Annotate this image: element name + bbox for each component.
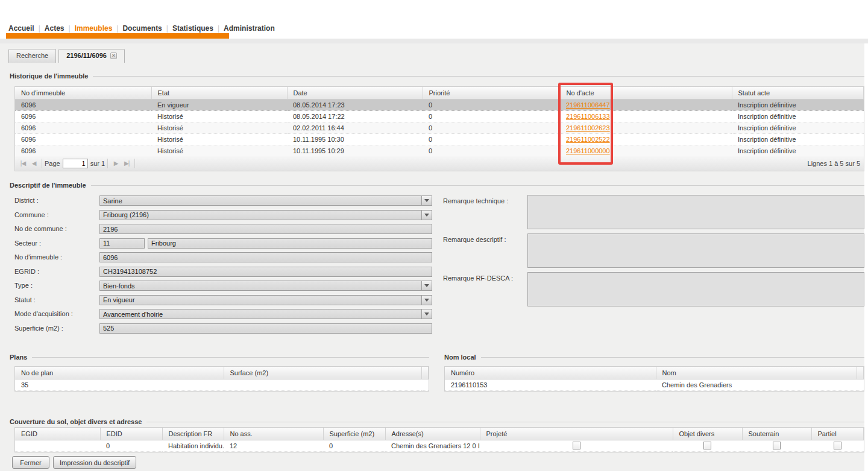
- egrid-field[interactable]: CH319413108752: [99, 267, 432, 277]
- acte-link[interactable]: 219611006447: [566, 101, 610, 109]
- cell-priorite: 0: [423, 110, 560, 122]
- cell-no-plan: 35: [15, 379, 224, 390]
- col-adresse[interactable]: Adresse(s): [385, 428, 480, 440]
- cell-no-immeuble: 6096: [15, 122, 151, 133]
- close-tab-icon[interactable]: ×: [110, 52, 117, 59]
- superficie-label: Superficie (m2) :: [14, 325, 63, 332]
- nav-separator: |: [166, 24, 168, 33]
- no-commune-value: 2196: [100, 226, 432, 233]
- table-row[interactable]: 2196110153 Chemin des Grenadiers: [445, 379, 864, 390]
- table-row[interactable]: 6096 Historisé 08.05.2014 17:22 0 219611…: [15, 110, 864, 122]
- table-row[interactable]: 35: [15, 379, 429, 390]
- col-no-plan[interactable]: No de plan: [15, 367, 224, 379]
- secteur-name-field[interactable]: Fribourg: [148, 238, 432, 249]
- chevron-down-icon[interactable]: [421, 281, 432, 290]
- cell-etat: Historisé: [151, 122, 287, 133]
- commune-label: Commune :: [14, 211, 49, 218]
- district-select[interactable]: Sarine: [99, 195, 432, 206]
- chevron-down-icon[interactable]: [421, 196, 432, 205]
- commune-select[interactable]: Fribourg (2196): [99, 210, 432, 220]
- no-immeuble-field[interactable]: 6096: [99, 252, 432, 262]
- superficie-field[interactable]: 525: [99, 323, 432, 334]
- last-page-icon[interactable]: ▶|: [121, 158, 132, 169]
- remarque-rf-desca-textarea[interactable]: [527, 272, 864, 306]
- souterrain-checkbox[interactable]: [773, 442, 781, 449]
- col-etat[interactable]: Etat: [151, 87, 287, 99]
- cell-etat: Historisé: [151, 110, 287, 122]
- chevron-down-icon[interactable]: [421, 296, 432, 305]
- historique-section-title: Historique de l'immeuble: [10, 72, 864, 80]
- nav-administration[interactable]: Administration: [224, 24, 275, 33]
- table-row[interactable]: 6096 Historisé 10.11.1995 10:30 0 219611…: [15, 133, 864, 145]
- legend-rule: [32, 357, 429, 358]
- table-row[interactable]: 0 Habitation individu... 12 0 Chemin des…: [15, 440, 864, 451]
- cell-no-immeuble: 6096: [15, 133, 151, 145]
- col-no-ass[interactable]: No ass.: [224, 428, 323, 440]
- acte-link[interactable]: 219611006133: [566, 113, 610, 120]
- cell-edid: 0: [100, 440, 162, 451]
- cell-etat: Historisé: [151, 133, 287, 145]
- col-surface[interactable]: Surface (m2): [224, 367, 421, 379]
- col-no-immeuble[interactable]: No d'immeuble: [15, 87, 151, 99]
- nav-immeubles[interactable]: Immeubles: [75, 24, 113, 33]
- secteur-number-field[interactable]: 11: [99, 238, 145, 249]
- prev-page-icon[interactable]: ◀: [28, 158, 39, 169]
- secteur-name-value: Fribourg: [148, 240, 432, 247]
- cell-priorite: 0: [423, 99, 560, 110]
- table-row[interactable]: 6096 En vigueur 08.05.2014 17:23 0 21961…: [15, 99, 864, 110]
- cell-statut-acte: Inscription définitive: [732, 145, 864, 156]
- page-number-input[interactable]: [63, 159, 88, 168]
- cell-egid: [15, 440, 100, 451]
- table-row[interactable]: 6096 Historisé 10.11.1995 10:29 0 219611…: [15, 145, 864, 156]
- col-numero[interactable]: Numéro: [445, 367, 656, 379]
- acte-link[interactable]: 219611002623: [566, 124, 610, 132]
- mode-acquisition-select[interactable]: Avancement d'hoirie: [99, 309, 432, 319]
- col-egid[interactable]: EGID: [15, 428, 100, 440]
- nav-statistiques[interactable]: Statistiques: [172, 24, 213, 33]
- commune-value: Fribourg (2196): [100, 211, 421, 218]
- col-no-acte[interactable]: No d'acte: [560, 87, 732, 99]
- plans-section-title: Plans: [10, 354, 429, 361]
- nav-accueil[interactable]: Accueil: [8, 24, 34, 33]
- partiel-checkbox[interactable]: [834, 442, 841, 449]
- type-select[interactable]: Bien-fonds: [99, 281, 432, 291]
- remarque-descriptif-textarea[interactable]: [527, 233, 864, 268]
- remarque-rf-desca-label: Remarque RF-DESCA :: [443, 274, 513, 282]
- table-row[interactable]: 6096 Historisé 02.02.2011 16:44 0 219611…: [15, 122, 864, 133]
- historique-title-text: Historique de l'immeuble: [10, 72, 88, 80]
- col-edid[interactable]: EDID: [100, 428, 162, 440]
- first-page-icon[interactable]: |◀: [17, 158, 28, 169]
- col-date[interactable]: Date: [287, 87, 423, 99]
- statut-select[interactable]: En vigueur: [99, 295, 432, 305]
- plans-table: No de plan Surface (m2) 35: [14, 366, 429, 392]
- col-souterrain[interactable]: Souterrain: [742, 428, 811, 440]
- nav-actes[interactable]: Actes: [45, 24, 64, 33]
- fermer-button[interactable]: Fermer: [12, 456, 49, 469]
- chevron-down-icon[interactable]: [421, 211, 432, 220]
- objet-divers-checkbox[interactable]: [703, 442, 711, 449]
- tab-bar: Recherche 2196/11/6096×: [8, 49, 127, 63]
- pagination-bar: |◀ ◀ Page sur 1 ▶ ▶| Lignes 1 à 5 sur 5: [14, 156, 864, 171]
- next-page-icon[interactable]: ▶: [110, 158, 121, 169]
- col-superficie[interactable]: Superficie (m2): [323, 428, 385, 440]
- no-commune-field[interactable]: 2196: [99, 224, 432, 234]
- acte-link[interactable]: 219611000000: [566, 147, 610, 154]
- col-nom[interactable]: Nom: [656, 367, 857, 379]
- col-projete[interactable]: Projeté: [480, 428, 673, 440]
- col-objet-divers[interactable]: Objet divers: [673, 428, 742, 440]
- acte-link[interactable]: 219611002522: [566, 136, 610, 143]
- chevron-down-icon[interactable]: [421, 309, 432, 319]
- col-statut-acte[interactable]: Statut acte: [732, 87, 864, 99]
- remarque-technique-textarea[interactable]: [527, 195, 864, 229]
- col-partiel[interactable]: Partiel: [811, 428, 864, 440]
- cell-priorite: 0: [423, 145, 560, 156]
- impression-descriptif-button[interactable]: Impression du descriptif: [53, 456, 136, 469]
- pager-separator: [107, 159, 108, 168]
- projete-checkbox[interactable]: [573, 442, 580, 449]
- nav-separator: |: [218, 24, 219, 33]
- nav-documents[interactable]: Documents: [122, 24, 162, 33]
- tab-immeuble-2196-11-6096[interactable]: 2196/11/6096×: [58, 49, 125, 63]
- tab-recherche[interactable]: Recherche: [8, 49, 56, 63]
- col-description-fr[interactable]: Description FR: [162, 428, 224, 440]
- col-priorite[interactable]: Priorité: [423, 87, 560, 99]
